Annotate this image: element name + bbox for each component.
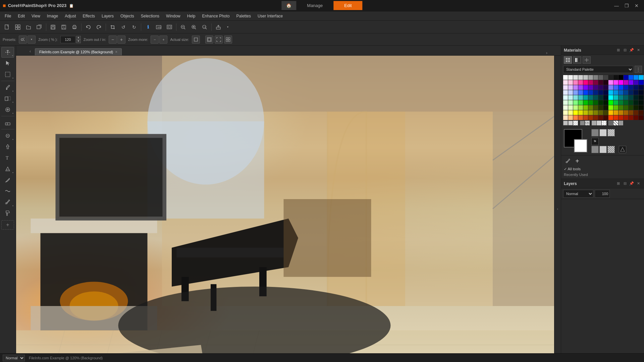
swatch[interactable] [639, 115, 643, 120]
rotate-cw-button[interactable]: ↺ [118, 22, 128, 32]
swatch[interactable] [598, 85, 603, 90]
swatch[interactable] [573, 100, 578, 105]
swatch[interactable] [608, 121, 613, 125]
swatch[interactable] [624, 105, 628, 110]
swatch[interactable] [613, 75, 618, 80]
menu-help[interactable]: Help [184, 12, 199, 20]
swatch[interactable] [634, 110, 638, 115]
swatch[interactable] [639, 110, 643, 115]
save-button[interactable] [48, 22, 58, 32]
swatch[interactable] [583, 95, 588, 100]
swatch[interactable] [629, 75, 633, 80]
swatch[interactable] [563, 95, 568, 100]
selection-tool[interactable] [1, 58, 14, 69]
mat-swatch-lgray[interactable] [599, 129, 607, 136]
swatch-stripe2[interactable] [619, 121, 623, 125]
swatch[interactable] [624, 90, 628, 95]
swatch[interactable] [573, 95, 578, 100]
swatch[interactable] [573, 115, 578, 120]
swatch[interactable] [603, 100, 608, 105]
mat-bg-light[interactable] [599, 146, 607, 153]
swatch[interactable] [568, 105, 573, 110]
canvas-viewport[interactable]: › [16, 56, 561, 362]
preset-arrow-btn[interactable]: ▾ [28, 36, 36, 44]
swatch[interactable] [588, 110, 593, 115]
swatch[interactable] [634, 95, 638, 100]
layers-grid-btn[interactable]: ⊞ [615, 181, 621, 187]
swatch[interactable] [624, 115, 628, 120]
restore-button[interactable]: ❐ [622, 1, 631, 10]
menu-effects[interactable]: Effects [79, 12, 98, 20]
swatch[interactable] [603, 90, 608, 95]
export-more-button[interactable]: ▾ [223, 22, 233, 32]
swatch[interactable] [608, 75, 613, 80]
opacity-input[interactable] [595, 190, 610, 198]
swatch[interactable] [608, 90, 613, 95]
swatch[interactable] [619, 100, 623, 105]
swatch[interactable] [573, 90, 578, 95]
palette-menu-btn[interactable]: ⋮ [635, 66, 642, 73]
swatch[interactable] [613, 110, 618, 115]
canvas-tab-main[interactable]: FileInfo.com Example @ 120% (Background)… [35, 48, 122, 55]
swatch[interactable] [624, 85, 628, 90]
mat-eyedropper-btn[interactable] [564, 157, 572, 165]
swatch[interactable] [578, 80, 583, 85]
canvas-scrollbar-right[interactable]: › [554, 56, 561, 362]
palette-dropdown[interactable]: Standard Palette [563, 66, 633, 73]
swatch[interactable] [624, 100, 628, 105]
edit-button[interactable]: Edit [333, 1, 362, 10]
menu-window[interactable]: Window [163, 12, 184, 20]
swatch[interactable] [639, 100, 643, 105]
swatch[interactable] [598, 95, 603, 100]
swatch[interactable] [593, 105, 598, 110]
swatch[interactable] [603, 95, 608, 100]
swatch[interactable] [598, 80, 603, 85]
swatch[interactable] [568, 90, 573, 95]
swatch[interactable] [619, 80, 623, 85]
swatch[interactable] [592, 121, 596, 125]
swatch-gray[interactable] [563, 121, 568, 125]
manage-button[interactable]: Manage [296, 1, 333, 10]
close-all-button[interactable] [34, 22, 44, 32]
save-as-button[interactable] [59, 22, 69, 32]
materials-grid-btn[interactable]: ⊞ [615, 47, 621, 53]
layers-close-btn[interactable]: ✕ [635, 181, 641, 187]
swatch[interactable] [593, 85, 598, 90]
swatch[interactable] [563, 75, 568, 80]
swatch[interactable] [634, 75, 638, 80]
swatch[interactable] [563, 115, 568, 120]
swatch[interactable] [629, 80, 633, 85]
screen-capture-button[interactable] [164, 22, 174, 32]
swatch[interactable] [629, 95, 633, 100]
swatch[interactable] [578, 90, 583, 95]
home-button[interactable]: 🏠 [281, 1, 296, 10]
rect-select-tool[interactable]: ▾ [1, 69, 14, 80]
swatch[interactable] [613, 100, 618, 105]
tab-nav-right[interactable]: › [543, 50, 551, 55]
swatch[interactable] [568, 75, 573, 80]
zoom-in-toolbar-button[interactable] [189, 22, 199, 32]
pen-tool[interactable] [1, 175, 14, 185]
swatch[interactable] [578, 95, 583, 100]
mat-swatch-gray[interactable] [591, 129, 599, 136]
swatch[interactable] [639, 105, 643, 110]
swatch[interactable] [578, 110, 583, 115]
swatch[interactable] [563, 105, 568, 110]
swatch[interactable] [634, 100, 638, 105]
eyedropper-tool[interactable]: ▾ [1, 197, 14, 207]
swatch[interactable] [624, 110, 628, 115]
swatch[interactable] [608, 105, 613, 110]
paint-brush-tool[interactable]: ▾ [1, 82, 14, 93]
swatch[interactable] [629, 90, 633, 95]
mat-bg-swatch[interactable] [591, 146, 599, 153]
swatch[interactable] [613, 95, 618, 100]
swatch-mid[interactable] [580, 121, 585, 125]
heal-tool[interactable]: ▾ [1, 104, 14, 115]
blend-mode-select[interactable]: Normal [563, 190, 593, 198]
swatch[interactable] [583, 80, 588, 85]
swatch-stripe[interactable] [613, 121, 618, 125]
swatch[interactable] [573, 80, 578, 85]
swatch[interactable] [603, 75, 608, 80]
menu-adjust[interactable]: Adjust [61, 12, 79, 20]
menu-objects[interactable]: Objects [117, 12, 138, 20]
